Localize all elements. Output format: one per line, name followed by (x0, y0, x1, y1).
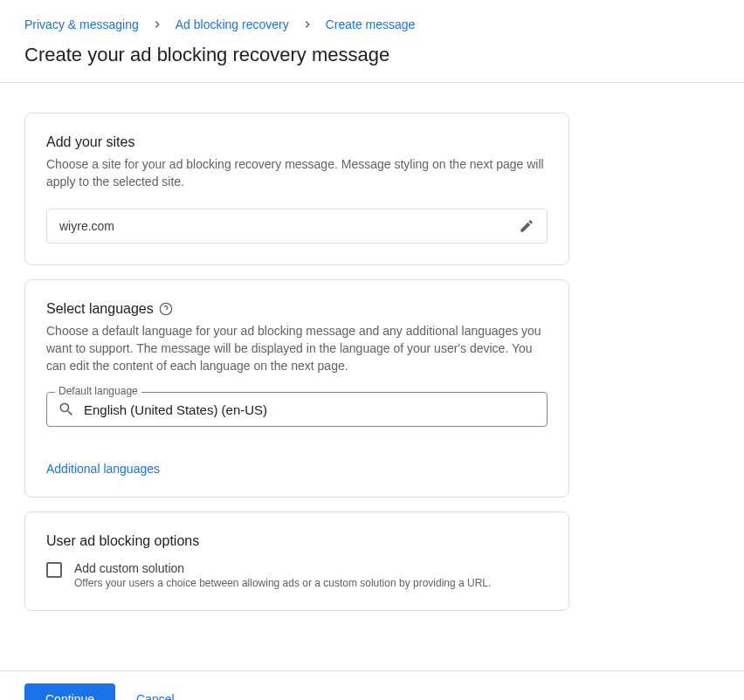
breadcrumb: Privacy & messaging Ad blocking recovery… (24, 17, 720, 31)
add-sites-description: Choose a site for your ad blocking recov… (46, 155, 548, 191)
site-value: wiyre.com (59, 219, 114, 233)
select-languages-title: Select languages (46, 301, 548, 317)
breadcrumb-create[interactable]: Create message (326, 17, 416, 31)
select-languages-description: Choose a default language for your ad bl… (46, 322, 548, 375)
site-selector[interactable]: wiyre.com (46, 209, 548, 244)
cancel-button[interactable]: Cancel (136, 692, 175, 700)
select-languages-title-text: Select languages (46, 301, 154, 317)
breadcrumb-privacy[interactable]: Privacy & messaging (24, 17, 139, 31)
add-sites-title: Add your sites (46, 134, 548, 150)
add-sites-card: Add your sites Choose a site for your ad… (24, 113, 569, 265)
continue-button[interactable]: Continue (24, 683, 115, 700)
custom-solution-description: Offers your users a choice between allow… (74, 577, 491, 589)
user-options-title: User ad blocking options (46, 533, 548, 549)
default-language-field[interactable] (46, 392, 548, 427)
chevron-right-icon (151, 18, 163, 31)
select-languages-card: Select languages Choose a default langua… (24, 279, 569, 498)
page-title: Create your ad blocking recovery message (24, 44, 720, 66)
search-icon (58, 401, 75, 418)
chevron-right-icon (301, 18, 313, 31)
custom-solution-checkbox[interactable] (46, 562, 62, 578)
user-options-card: User ad blocking options Add custom solu… (24, 511, 569, 611)
pencil-icon[interactable] (519, 218, 534, 234)
custom-solution-label: Add custom solution (74, 561, 491, 575)
breadcrumb-adblocking[interactable]: Ad blocking recovery (176, 17, 289, 31)
default-language-input[interactable] (84, 402, 536, 417)
help-icon[interactable] (159, 302, 173, 316)
default-language-label: Default language (55, 385, 141, 397)
additional-languages-link[interactable]: Additional languages (46, 462, 160, 476)
footer-actions: Continue Cancel (0, 670, 744, 700)
